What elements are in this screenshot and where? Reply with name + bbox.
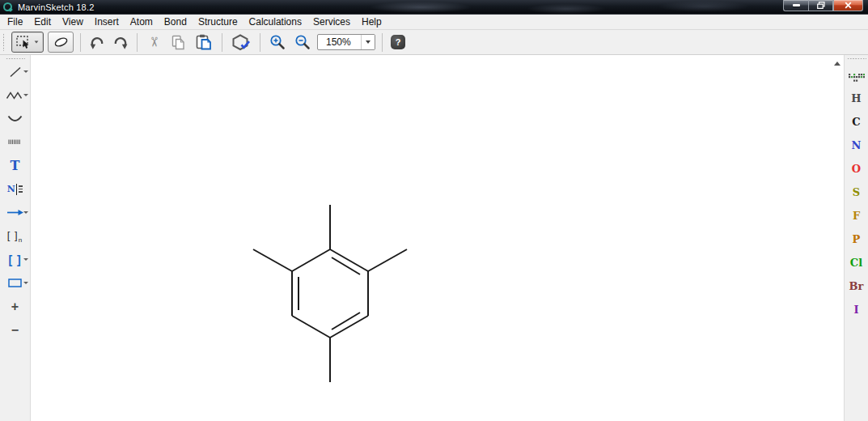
- copy-button[interactable]: [167, 32, 188, 53]
- toolbar-separator: [260, 33, 260, 52]
- zoom-out-button[interactable]: [292, 32, 313, 53]
- minimize-button[interactable]: [783, 0, 808, 11]
- periodic-table-button[interactable]: [848, 69, 865, 87]
- minus-icon: −: [11, 324, 19, 337]
- bracket-tool[interactable]: [ ]: [0, 248, 31, 271]
- select-tool-dropdown-icon[interactable]: [35, 40, 39, 43]
- periodic-table-icon: [848, 73, 865, 83]
- plus-icon: +: [11, 300, 19, 313]
- chain-tool[interactable]: [0, 83, 31, 107]
- atom-label-tool[interactable]: N: [0, 177, 31, 201]
- toolbar-separator: [80, 33, 81, 52]
- menubar: File Edit View Insert Atom Bond Structur…: [0, 15, 868, 30]
- element-o-button[interactable]: O: [845, 157, 868, 181]
- bracket-dropdown-icon[interactable]: [23, 258, 28, 261]
- repeat-group-tool[interactable]: [ ]n: [0, 224, 31, 248]
- toolbar-grip[interactable]: [2, 33, 6, 51]
- multiple-bond-icon: [8, 139, 22, 145]
- main-area: T N [ ]n [ ]: [0, 55, 868, 421]
- check-structure-button[interactable]: [229, 32, 253, 53]
- app-icon: [3, 2, 12, 11]
- toolbar-separator: [222, 33, 222, 52]
- text-tool[interactable]: T: [0, 154, 31, 177]
- redo-button[interactable]: [111, 32, 130, 53]
- single-bond-icon: [8, 66, 23, 79]
- element-br-button[interactable]: Br: [845, 274, 868, 298]
- reaction-arrow-icon: [6, 209, 24, 216]
- undo-button[interactable]: [87, 32, 107, 53]
- element-i-button[interactable]: I: [845, 298, 868, 321]
- paste-icon: [195, 34, 213, 50]
- arc-icon: [7, 115, 23, 123]
- zoom-level-combobox[interactable]: 150%: [317, 34, 375, 50]
- restore-icon: [817, 2, 825, 9]
- element-palette-grip[interactable]: [847, 57, 866, 60]
- decrease-charge-tool[interactable]: −: [0, 318, 31, 342]
- element-p-button[interactable]: P: [845, 228, 868, 251]
- copy-icon: [170, 35, 186, 50]
- select-tool-button[interactable]: [11, 32, 44, 53]
- arc-tool[interactable]: [0, 107, 31, 130]
- reaction-arrow-tool[interactable]: [0, 201, 31, 224]
- list-lines-icon: [19, 185, 23, 193]
- menu-services[interactable]: Services: [307, 15, 356, 29]
- menu-file[interactable]: File: [2, 15, 28, 29]
- menu-atom[interactable]: Atom: [125, 15, 159, 29]
- increase-charge-tool[interactable]: +: [0, 295, 31, 318]
- redo-icon: [112, 35, 129, 50]
- reaction-arrow-dropdown-icon[interactable]: [23, 211, 28, 214]
- atom-label-icon: N: [7, 184, 23, 195]
- rectangle-icon: [8, 279, 22, 287]
- element-h-button[interactable]: H: [845, 87, 868, 110]
- titlebar[interactable]: MarvinSketch 18.2: [0, 0, 868, 15]
- help-icon: ?: [396, 37, 401, 47]
- window-controls: [783, 0, 863, 11]
- window-title: MarvinSketch 18.2: [18, 2, 95, 12]
- bracket-icon: [ ]: [8, 253, 21, 266]
- text-cursor-icon: [16, 184, 17, 195]
- close-icon: [845, 2, 852, 9]
- chain-dropdown-icon[interactable]: [23, 94, 28, 96]
- eraser-tool-button[interactable]: [48, 32, 74, 53]
- zoom-out-icon: [294, 34, 311, 51]
- single-bond-tool[interactable]: [0, 60, 31, 83]
- undo-icon: [89, 35, 105, 50]
- chevron-down-icon: [366, 40, 370, 44]
- cut-button[interactable]: ✂: [144, 32, 163, 53]
- menu-help[interactable]: Help: [356, 15, 387, 29]
- paste-button[interactable]: [193, 32, 215, 53]
- element-s-button[interactable]: S: [845, 181, 868, 204]
- chain-icon: [6, 91, 24, 100]
- toolbar-separator: [382, 33, 383, 52]
- element-cl-button[interactable]: Cl: [845, 251, 868, 274]
- menu-structure[interactable]: Structure: [193, 15, 243, 29]
- eraser-icon: [53, 36, 69, 48]
- minimize-icon: [793, 4, 800, 6]
- zoom-in-icon: [269, 34, 286, 51]
- menu-calculations[interactable]: Calculations: [243, 15, 307, 29]
- repeat-bracket-icon: [ ]n: [7, 229, 23, 244]
- menu-insert[interactable]: Insert: [89, 15, 125, 29]
- select-rectangle-icon: [16, 36, 32, 49]
- close-button[interactable]: [833, 0, 863, 11]
- rectangle-dropdown-icon[interactable]: [23, 282, 28, 284]
- zoom-in-button[interactable]: [267, 32, 288, 53]
- element-f-button[interactable]: F: [845, 204, 868, 228]
- zoom-level-dropdown-button[interactable]: [361, 35, 375, 49]
- element-n-button[interactable]: N: [845, 134, 868, 157]
- left-tool-palette: T N [ ]n [ ]: [0, 55, 31, 421]
- rectangle-tool[interactable]: [0, 271, 31, 295]
- scroll-up-icon[interactable]: [834, 62, 840, 66]
- element-c-button[interactable]: C: [845, 110, 868, 134]
- toolbar-separator: [137, 33, 138, 52]
- restore-button[interactable]: [808, 0, 833, 11]
- drawing-canvas[interactable]: [31, 55, 844, 421]
- help-button[interactable]: ?: [391, 35, 405, 49]
- menu-bond[interactable]: Bond: [159, 15, 193, 29]
- menu-view[interactable]: View: [57, 15, 89, 29]
- main-toolbar: ✂: [0, 30, 868, 55]
- menu-edit[interactable]: Edit: [28, 15, 57, 29]
- single-bond-dropdown-icon[interactable]: [23, 70, 28, 73]
- text-icon: T: [11, 158, 20, 173]
- multiple-bond-tool[interactable]: [0, 130, 31, 154]
